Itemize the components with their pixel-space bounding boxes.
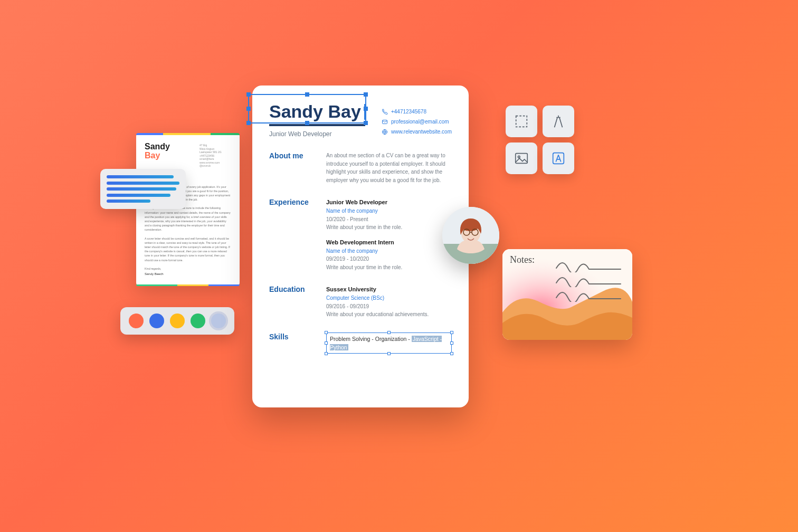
exp-company-1: Name of the company xyxy=(326,248,378,254)
text-lines-popover[interactable] xyxy=(100,169,186,209)
skills-selection-box[interactable]: Problem Solving - Organization - JavaScr… xyxy=(326,332,452,354)
section-label-education: Education xyxy=(269,285,315,319)
selection-tool-button[interactable] xyxy=(506,106,537,137)
exp-dates-1: 09/2019 - 10/2020 xyxy=(326,256,369,262)
resume-card[interactable]: Sandy Bay Junior Web Developer +44712345… xyxy=(252,86,469,407)
contact-website: www.relevantwebsite.com xyxy=(391,127,452,137)
edu-desc: Write about your educational achievement… xyxy=(326,311,429,317)
notes-title: Notes: xyxy=(510,254,535,265)
image-icon xyxy=(514,150,529,166)
exp-desc-1: Write about your time in the role. xyxy=(326,264,402,270)
svg-point-4 xyxy=(518,156,520,158)
text-line xyxy=(107,200,150,203)
color-swatch[interactable] xyxy=(191,314,205,328)
notes-card[interactable]: Notes: xyxy=(502,249,632,340)
globe-icon xyxy=(382,129,388,135)
exp-desc-0: Write about your time in the role. xyxy=(326,224,402,230)
text-icon xyxy=(550,150,566,166)
compass-icon xyxy=(550,113,566,129)
exp-company-0: Name of the company xyxy=(326,208,378,214)
color-swatch[interactable] xyxy=(149,314,164,328)
section-education: Education Sussex University Computer Sci… xyxy=(269,285,452,319)
section-experience: Experience Junior Web Developer Name of … xyxy=(269,198,452,271)
svg-rect-5 xyxy=(553,153,564,164)
color-swatch[interactable] xyxy=(129,314,144,328)
precision-tool-button[interactable] xyxy=(543,106,574,137)
text-tool-button[interactable] xyxy=(543,142,574,174)
section-label-about: About me xyxy=(269,151,315,184)
selection-rect-icon xyxy=(514,113,529,129)
image-tool-button[interactable] xyxy=(506,142,537,174)
svg-rect-2 xyxy=(516,116,527,127)
cover-letter-card[interactable]: Sandy Bay 47 EigWest AngtonLaelspater S8… xyxy=(136,133,240,286)
section-body-experience: Junior Web Developer Name of the company… xyxy=(326,198,452,271)
cover-letter-signature: Sandy Beech xyxy=(145,272,164,276)
handwriting-line-icon xyxy=(554,290,623,302)
edu-dates: 09/2016 - 09/2019 xyxy=(326,303,369,309)
exp-dates-0: 10/2020 - Present xyxy=(326,216,368,222)
section-body-education: Sussex University Computer Science (BSc)… xyxy=(326,285,452,319)
text-line xyxy=(107,182,179,185)
resume-name-heading[interactable]: Sandy Bay xyxy=(269,101,365,126)
exp-title-0: Junior Web Developer xyxy=(326,199,387,205)
section-body-about: An about me section of a CV can be a gre… xyxy=(326,151,452,184)
section-skills: Skills Problem Solving - Organization - … xyxy=(269,332,452,354)
exp-title-1: Web Development Intern xyxy=(326,239,394,245)
color-swatch[interactable] xyxy=(170,314,185,328)
resume-contact-block: +44712345678 professional@email.com www.… xyxy=(382,107,452,137)
contact-phone: +44712345678 xyxy=(391,107,426,117)
edu-title: Sussex University xyxy=(326,286,376,292)
email-icon xyxy=(382,119,388,125)
phone-icon xyxy=(382,109,388,115)
svg-rect-3 xyxy=(516,154,528,164)
section-about: About me An about me section of a CV can… xyxy=(269,151,452,184)
color-swatch[interactable] xyxy=(211,314,226,328)
section-label-skills: Skills xyxy=(269,332,315,354)
color-swatch-bar xyxy=(120,307,234,335)
contact-email: professional@email.com xyxy=(391,117,449,127)
tool-grid xyxy=(506,106,574,174)
cover-letter-contact-meta: 47 EigWest AngtonLaelspater S81 2G+44712… xyxy=(200,144,231,168)
section-body-skills[interactable]: Problem Solving - Organization - JavaScr… xyxy=(326,332,452,354)
text-line xyxy=(107,194,170,197)
text-line xyxy=(107,187,176,191)
handwriting-line-icon xyxy=(554,276,623,287)
profile-photo[interactable] xyxy=(442,207,499,264)
edu-degree: Computer Science (BSc) xyxy=(326,295,384,301)
handwriting-line-icon xyxy=(554,261,623,272)
skills-plain: Problem Solving - Organization - xyxy=(330,336,412,342)
section-label-experience: Experience xyxy=(269,198,315,271)
text-line xyxy=(107,175,174,178)
